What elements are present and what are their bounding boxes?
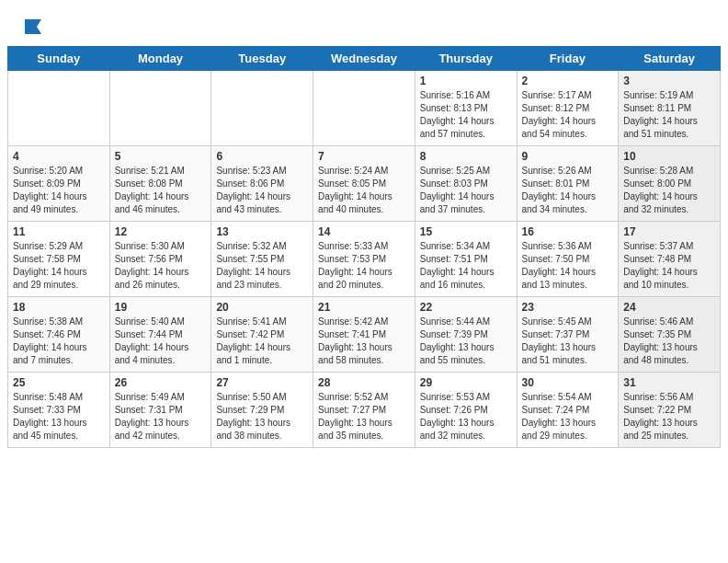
day-number: 22	[420, 301, 512, 314]
day-number: 26	[115, 376, 207, 389]
day-info: Sunrise: 5:38 AM Sunset: 7:46 PM Dayligh…	[13, 316, 105, 367]
calendar-cell: 24Sunrise: 5:46 AM Sunset: 7:35 PM Dayli…	[619, 297, 721, 373]
day-info: Sunrise: 5:56 AM Sunset: 7:22 PM Dayligh…	[623, 391, 715, 442]
calendar-cell: 1Sunrise: 5:16 AM Sunset: 8:13 PM Daylig…	[415, 71, 517, 146]
day-number: 7	[318, 150, 410, 163]
day-number: 1	[420, 75, 512, 87]
calendar-cell: 20Sunrise: 5:41 AM Sunset: 7:42 PM Dayli…	[211, 297, 313, 373]
weekday-header-tuesday: Tuesday	[211, 47, 313, 71]
day-info: Sunrise: 5:52 AM Sunset: 7:27 PM Dayligh…	[318, 391, 410, 442]
logo	[22, 17, 45, 37]
weekday-header-monday: Monday	[109, 47, 211, 71]
calendar-cell: 27Sunrise: 5:50 AM Sunset: 7:29 PM Dayli…	[211, 373, 313, 448]
calendar-cell: 28Sunrise: 5:52 AM Sunset: 7:27 PM Dayli…	[313, 373, 415, 448]
day-number: 10	[623, 150, 715, 163]
svg-rect-1	[25, 19, 28, 34]
day-info: Sunrise: 5:24 AM Sunset: 8:05 PM Dayligh…	[318, 165, 410, 216]
day-info: Sunrise: 5:33 AM Sunset: 7:53 PM Dayligh…	[318, 240, 410, 292]
calendar-cell: 4Sunrise: 5:20 AM Sunset: 8:09 PM Daylig…	[8, 146, 110, 222]
day-info: Sunrise: 5:32 AM Sunset: 7:55 PM Dayligh…	[216, 240, 308, 292]
day-number: 12	[115, 225, 207, 238]
calendar-week-row: 25Sunrise: 5:48 AM Sunset: 7:33 PM Dayli…	[8, 373, 721, 448]
day-number: 18	[13, 301, 105, 314]
calendar-cell: 13Sunrise: 5:32 AM Sunset: 7:55 PM Dayli…	[211, 222, 313, 297]
calendar-cell: 7Sunrise: 5:24 AM Sunset: 8:05 PM Daylig…	[313, 146, 415, 222]
logo-flag-icon	[23, 17, 43, 37]
day-info: Sunrise: 5:36 AM Sunset: 7:50 PM Dayligh…	[522, 240, 614, 292]
day-info: Sunrise: 5:25 AM Sunset: 8:03 PM Dayligh…	[420, 165, 512, 216]
weekday-header-friday: Friday	[517, 47, 619, 71]
day-number: 19	[115, 301, 207, 314]
calendar-cell: 22Sunrise: 5:44 AM Sunset: 7:39 PM Dayli…	[415, 297, 517, 373]
day-info: Sunrise: 5:44 AM Sunset: 7:39 PM Dayligh…	[420, 316, 512, 367]
day-info: Sunrise: 5:23 AM Sunset: 8:06 PM Dayligh…	[216, 165, 308, 216]
day-info: Sunrise: 5:49 AM Sunset: 7:31 PM Dayligh…	[115, 391, 207, 442]
day-number: 27	[216, 376, 308, 389]
day-number: 2	[522, 75, 614, 87]
calendar-cell: 21Sunrise: 5:42 AM Sunset: 7:41 PM Dayli…	[313, 297, 415, 373]
day-number: 16	[522, 225, 614, 238]
day-number: 20	[216, 301, 308, 314]
day-number: 4	[13, 150, 105, 163]
day-number: 15	[420, 225, 512, 238]
weekday-header-wednesday: Wednesday	[313, 47, 415, 71]
day-number: 25	[13, 376, 105, 389]
day-info: Sunrise: 5:30 AM Sunset: 7:56 PM Dayligh…	[115, 240, 207, 292]
day-info: Sunrise: 5:50 AM Sunset: 7:29 PM Dayligh…	[216, 391, 308, 442]
calendar-cell: 9Sunrise: 5:26 AM Sunset: 8:01 PM Daylig…	[517, 146, 619, 222]
calendar-cell: 30Sunrise: 5:54 AM Sunset: 7:24 PM Dayli…	[517, 373, 619, 448]
calendar-cell	[211, 71, 313, 146]
day-number: 31	[623, 376, 715, 389]
day-number: 5	[115, 150, 207, 163]
day-info: Sunrise: 5:46 AM Sunset: 7:35 PM Dayligh…	[623, 316, 715, 367]
weekday-header-row: SundayMondayTuesdayWednesdayThursdayFrid…	[8, 47, 721, 71]
day-number: 21	[318, 301, 410, 314]
weekday-header-saturday: Saturday	[619, 47, 721, 71]
calendar-cell: 31Sunrise: 5:56 AM Sunset: 7:22 PM Dayli…	[619, 373, 721, 448]
calendar-cell: 23Sunrise: 5:45 AM Sunset: 7:37 PM Dayli…	[517, 297, 619, 373]
calendar-cell: 25Sunrise: 5:48 AM Sunset: 7:33 PM Dayli…	[8, 373, 110, 448]
day-number: 13	[216, 225, 308, 238]
day-info: Sunrise: 5:17 AM Sunset: 8:12 PM Dayligh…	[522, 89, 614, 141]
calendar-cell: 11Sunrise: 5:29 AM Sunset: 7:58 PM Dayli…	[8, 222, 110, 297]
calendar-cell: 12Sunrise: 5:30 AM Sunset: 7:56 PM Dayli…	[109, 222, 211, 297]
calendar-cell: 18Sunrise: 5:38 AM Sunset: 7:46 PM Dayli…	[8, 297, 110, 373]
calendar-cell	[313, 71, 415, 146]
day-info: Sunrise: 5:19 AM Sunset: 8:11 PM Dayligh…	[623, 89, 715, 141]
day-number: 14	[318, 225, 410, 238]
day-info: Sunrise: 5:45 AM Sunset: 7:37 PM Dayligh…	[522, 316, 614, 367]
calendar-cell: 15Sunrise: 5:34 AM Sunset: 7:51 PM Dayli…	[415, 222, 517, 297]
day-number: 24	[623, 301, 715, 314]
calendar-cell: 10Sunrise: 5:28 AM Sunset: 8:00 PM Dayli…	[619, 146, 721, 222]
day-number: 9	[522, 150, 614, 163]
calendar-table: SundayMondayTuesdayWednesdayThursdayFrid…	[7, 46, 721, 448]
day-info: Sunrise: 5:16 AM Sunset: 8:13 PM Dayligh…	[420, 89, 512, 141]
calendar-cell	[8, 71, 110, 146]
calendar-week-row: 1Sunrise: 5:16 AM Sunset: 8:13 PM Daylig…	[8, 71, 721, 146]
day-number: 28	[318, 376, 410, 389]
day-number: 17	[623, 225, 715, 238]
calendar-cell: 17Sunrise: 5:37 AM Sunset: 7:48 PM Dayli…	[619, 222, 721, 297]
calendar-cell: 19Sunrise: 5:40 AM Sunset: 7:44 PM Dayli…	[109, 297, 211, 373]
page-header	[0, 0, 728, 46]
day-info: Sunrise: 5:48 AM Sunset: 7:33 PM Dayligh…	[13, 391, 105, 442]
day-number: 29	[420, 376, 512, 389]
calendar-cell: 16Sunrise: 5:36 AM Sunset: 7:50 PM Dayli…	[517, 222, 619, 297]
day-info: Sunrise: 5:53 AM Sunset: 7:26 PM Dayligh…	[420, 391, 512, 442]
day-info: Sunrise: 5:34 AM Sunset: 7:51 PM Dayligh…	[420, 240, 512, 292]
svg-marker-0	[27, 19, 41, 34]
day-info: Sunrise: 5:20 AM Sunset: 8:09 PM Dayligh…	[13, 165, 105, 216]
calendar-cell: 6Sunrise: 5:23 AM Sunset: 8:06 PM Daylig…	[211, 146, 313, 222]
day-info: Sunrise: 5:29 AM Sunset: 7:58 PM Dayligh…	[13, 240, 105, 292]
calendar-cell: 26Sunrise: 5:49 AM Sunset: 7:31 PM Dayli…	[109, 373, 211, 448]
calendar-cell: 29Sunrise: 5:53 AM Sunset: 7:26 PM Dayli…	[415, 373, 517, 448]
calendar-cell: 8Sunrise: 5:25 AM Sunset: 8:03 PM Daylig…	[415, 146, 517, 222]
day-info: Sunrise: 5:40 AM Sunset: 7:44 PM Dayligh…	[115, 316, 207, 367]
weekday-header-sunday: Sunday	[8, 47, 110, 71]
day-info: Sunrise: 5:54 AM Sunset: 7:24 PM Dayligh…	[522, 391, 614, 442]
calendar-week-row: 11Sunrise: 5:29 AM Sunset: 7:58 PM Dayli…	[8, 222, 721, 297]
day-number: 8	[420, 150, 512, 163]
calendar-cell: 3Sunrise: 5:19 AM Sunset: 8:11 PM Daylig…	[619, 71, 721, 146]
calendar-cell: 14Sunrise: 5:33 AM Sunset: 7:53 PM Dayli…	[313, 222, 415, 297]
day-info: Sunrise: 5:41 AM Sunset: 7:42 PM Dayligh…	[216, 316, 308, 367]
